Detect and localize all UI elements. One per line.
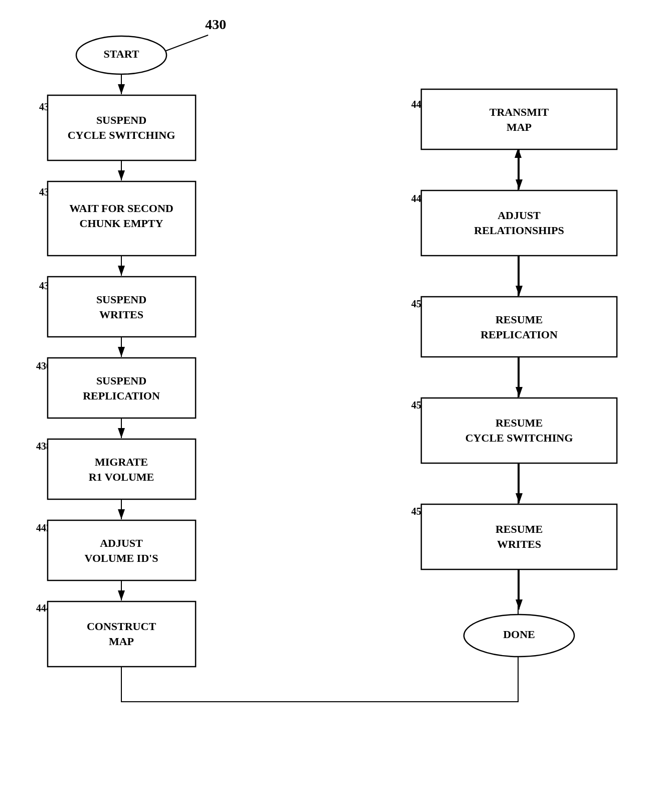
label-resume-rep-2: REPLICATION bbox=[480, 328, 558, 341]
label-wait-1: WAIT FOR SECOND bbox=[69, 202, 173, 215]
box-resume-writes bbox=[421, 504, 617, 569]
label-resume-writes-1: RESUME bbox=[496, 523, 543, 535]
label-resume-cycle-2: CYCLE SWITCHING bbox=[465, 432, 573, 444]
label-migrate-2: R1 VOLUME bbox=[89, 471, 154, 483]
box-suspend-replication bbox=[48, 358, 196, 418]
label-suspend-cycle-switching-1: SUSPEND bbox=[96, 114, 146, 126]
label-suspend-rep-2: REPLICATION bbox=[83, 389, 160, 402]
box-suspend-cycle-switching bbox=[48, 95, 196, 160]
label-suspend-writes-2: WRITES bbox=[99, 308, 143, 321]
label-transmit-2: MAP bbox=[507, 121, 532, 133]
diagram-ref-number: 430 bbox=[205, 17, 226, 32]
done-label: DONE bbox=[503, 628, 535, 641]
flowchart-diagram: 430 START 431 SUSPEND CYCLE SWITCHING 43… bbox=[0, 0, 653, 812]
label-suspend-cycle-switching-2: CYCLE SWITCHING bbox=[68, 129, 176, 141]
label-resume-writes-2: WRITES bbox=[497, 538, 541, 550]
box-adjust-relationships bbox=[421, 190, 617, 256]
label-transmit-1: TRANSMIT bbox=[489, 106, 549, 118]
label-adj-rel-1: ADJUST bbox=[498, 209, 541, 222]
label-adj-rel-2: RELATIONSHIPS bbox=[474, 224, 564, 237]
box-transmit-map bbox=[421, 89, 617, 149]
box-construct-map bbox=[48, 601, 196, 667]
label-migrate-1: MIGRATE bbox=[95, 456, 148, 468]
start-label: START bbox=[104, 48, 139, 60]
label-wait-2: CHUNK EMPTY bbox=[80, 217, 164, 230]
label-suspend-writes-1: SUSPEND bbox=[96, 293, 146, 306]
label-adj-vol-1: ADJUST bbox=[100, 537, 143, 549]
label-adj-vol-2: VOLUME ID'S bbox=[85, 552, 158, 564]
label-construct-1: CONSTRUCT bbox=[87, 620, 156, 633]
box-resume-cycle-switching bbox=[421, 398, 617, 463]
box-suspend-writes bbox=[48, 277, 196, 337]
label-suspend-rep-1: SUSPEND bbox=[96, 374, 146, 387]
label-construct-2: MAP bbox=[109, 635, 134, 648]
box-migrate-r1 bbox=[48, 439, 196, 499]
box-adjust-volume-ids bbox=[48, 520, 196, 580]
label-resume-cycle-1: RESUME bbox=[496, 417, 543, 429]
box-resume-replication bbox=[421, 297, 617, 357]
label-resume-rep-1: RESUME bbox=[496, 313, 543, 326]
